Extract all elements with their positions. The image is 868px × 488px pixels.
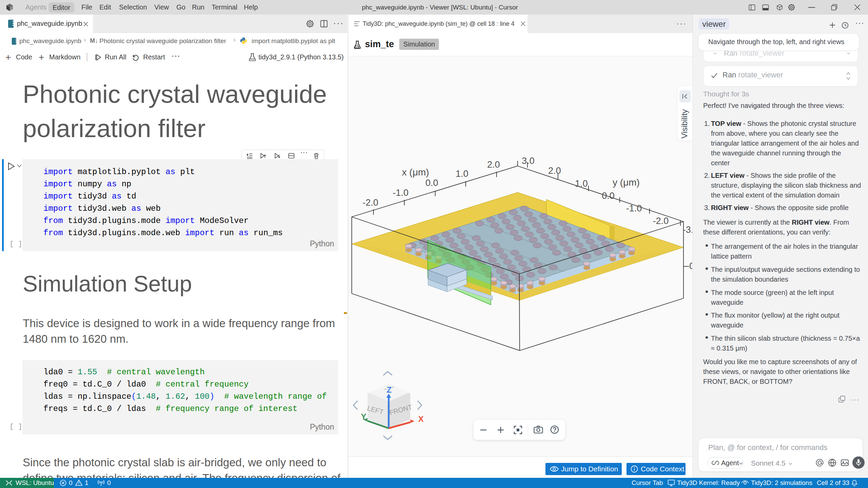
- svg-text:X: X: [418, 414, 424, 424]
- svg-text:-1.0: -1.0: [393, 188, 409, 198]
- svg-text:x (μm): x (μm): [402, 167, 429, 177]
- svg-text:1.0: 1.0: [575, 179, 588, 189]
- svg-text:0.0: 0.0: [602, 191, 615, 201]
- svg-text:-3.0: -3.0: [683, 225, 692, 235]
- svg-text:-1.0: -1.0: [626, 203, 642, 213]
- svg-text:2.0: 2.0: [487, 159, 500, 170]
- svg-text:1.0: 1.0: [456, 169, 468, 179]
- svg-text:3.0: 3.0: [522, 156, 535, 166]
- svg-text:y (μm): y (μm): [613, 177, 640, 188]
- svg-text:0: 0: [689, 261, 692, 271]
- svg-text:0.0: 0.0: [425, 178, 438, 188]
- svg-text:-2.0: -2.0: [363, 198, 379, 208]
- svg-text:-2.0: -2.0: [653, 216, 669, 226]
- svg-text:2.0: 2.0: [548, 166, 561, 176]
- svg-text:Z: Z: [387, 385, 392, 394]
- svg-text:Y: Y: [361, 412, 366, 421]
